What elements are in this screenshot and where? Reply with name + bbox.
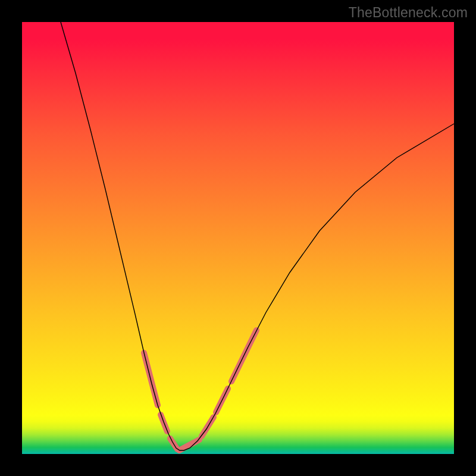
plot-area [22, 22, 454, 454]
chart-svg [22, 22, 454, 454]
chart-frame: TheBottleneck.com [0, 0, 476, 476]
marker-segments [144, 330, 256, 450]
bottleneck-curve [61, 22, 454, 450]
marker-bottom [179, 440, 199, 450]
watermark-text: TheBottleneck.com [349, 5, 468, 21]
